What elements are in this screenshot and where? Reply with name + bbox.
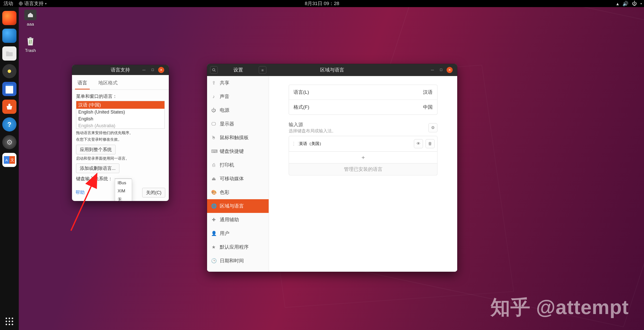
system-tray[interactable]: ▴ 🔊 ⏻ ▾ bbox=[616, 1, 642, 7]
svg-point-5 bbox=[9, 321, 10, 322]
power-icon: ⏻ bbox=[211, 108, 216, 113]
view-layout-button[interactable]: 👁 bbox=[414, 139, 423, 148]
access-icon: ✚ bbox=[211, 217, 216, 223]
input-method-select[interactable]: IBus XIM 无 bbox=[115, 178, 132, 179]
power-icon[interactable]: ⏻ bbox=[632, 1, 637, 6]
close-button[interactable]: 关闭(C) bbox=[142, 188, 165, 197]
input-method-option[interactable]: 无 bbox=[115, 195, 132, 201]
sidebar-item-access[interactable]: ✚通用辅助 bbox=[207, 213, 269, 227]
sidebar-item-label: 区域与语言 bbox=[220, 203, 244, 209]
language-list[interactable]: 汉语 (中国) English (United States) English … bbox=[76, 101, 165, 129]
app-menu[interactable]: 语言支持 ▾ bbox=[17, 0, 49, 7]
sidebar-item-mouse[interactable]: 🖱鼠标和触摸板 bbox=[207, 131, 269, 144]
sidebar-item-print[interactable]: ⎙打印机 bbox=[207, 158, 269, 172]
firefox-launcher[interactable] bbox=[2, 11, 16, 25]
sidebar-item-label: 色彩 bbox=[220, 189, 229, 196]
show-applications-button[interactable] bbox=[4, 316, 14, 326]
writer-launcher[interactable] bbox=[2, 82, 16, 96]
input-method-option[interactable]: XIM bbox=[115, 187, 132, 195]
sidebar-item-user[interactable]: 👤用户 bbox=[207, 227, 269, 240]
language-row[interactable]: English (United States) bbox=[76, 109, 164, 116]
sidebar-item-music[interactable]: ♪声音 bbox=[207, 90, 269, 103]
top-bar: 活动 语言支持 ▾ 8月31日 09：28 ▴ 🔊 ⏻ ▾ bbox=[0, 0, 644, 7]
sidebar-item-kbd[interactable]: ⌨键盘快捷键 bbox=[207, 144, 269, 158]
input-source-label: 英语（美国） bbox=[299, 141, 323, 146]
close-button[interactable] bbox=[447, 67, 453, 73]
help-launcher[interactable]: ? bbox=[2, 117, 16, 132]
sidebar-item-date[interactable]: 🕒日期和时间 bbox=[207, 254, 269, 268]
trash-icon: 🗑 bbox=[428, 141, 432, 146]
settings-content: 语言(L) 汉语 格式(F) 中国 输入源 选择键盘布局或输入法。 ⚙ bbox=[269, 76, 457, 272]
sidebar-item-defapp[interactable]: ★默认应用程序 bbox=[207, 240, 269, 254]
sidebar-item-globe[interactable]: 🌐区域与语言 bbox=[207, 199, 269, 213]
search-button[interactable] bbox=[210, 66, 218, 74]
display-icon: 🖵 bbox=[211, 121, 216, 127]
sidebar-item-usb[interactable]: ⏏可移动媒体 bbox=[207, 172, 269, 186]
install-remove-languages-button[interactable]: 添加或删除语言... bbox=[76, 163, 119, 173]
sidebar-item-label: 电源 bbox=[220, 107, 229, 114]
search-icon bbox=[212, 68, 216, 72]
svg-point-11 bbox=[213, 69, 215, 71]
input-source-options-button[interactable]: ⚙ bbox=[428, 123, 437, 132]
desktop-folder-aaa[interactable]: aaa bbox=[24, 10, 36, 27]
language-support-launcher[interactable]: A文 bbox=[2, 153, 16, 167]
language-support-window: 语言支持 语言 地区格式 菜单和窗口的语言： 汉语 (中国) English (… bbox=[72, 65, 169, 201]
activities-button[interactable]: 活动 bbox=[0, 0, 17, 7]
hamburger-button[interactable]: ≡ bbox=[259, 66, 266, 74]
software-launcher[interactable] bbox=[2, 100, 16, 114]
close-button[interactable] bbox=[158, 67, 164, 73]
sidebar-item-label: 默认应用程序 bbox=[220, 244, 249, 250]
chevron-down-icon: ▾ bbox=[45, 2, 47, 5]
help-button[interactable]: 帮助 bbox=[76, 188, 85, 197]
add-input-source-button[interactable]: ＋ bbox=[289, 152, 437, 163]
language-row[interactable]: English bbox=[76, 116, 164, 122]
desktop-trash[interactable]: Trash bbox=[24, 36, 36, 53]
desktop-icon-label: Trash bbox=[25, 48, 36, 53]
mouse-icon: 🖱 bbox=[211, 135, 216, 140]
sidebar-item-label: 声音 bbox=[220, 93, 229, 100]
language-row[interactable]: English (Australia) bbox=[76, 122, 164, 129]
language-row[interactable]: 语言(L) 汉语 bbox=[289, 85, 437, 100]
input-source-item[interactable]: ⋮⋮ 英语（美国） 👁 🗑 bbox=[289, 136, 437, 151]
sidebar-item-share[interactable]: ⇪共享 bbox=[207, 76, 269, 90]
formats-row[interactable]: 格式(F) 中国 bbox=[289, 100, 437, 115]
sidebar-item-label: 打印机 bbox=[220, 162, 234, 168]
hint-text: 启动和登录界面使用同一语言。 bbox=[76, 156, 165, 161]
window-title: 语言支持 bbox=[111, 67, 130, 73]
language-row[interactable]: 汉语 (中国) bbox=[76, 101, 164, 109]
globe-icon: 🌐 bbox=[211, 203, 216, 209]
music-icon: ♪ bbox=[211, 94, 216, 99]
gear-icon: ⚙ bbox=[431, 125, 435, 130]
clock[interactable]: 8月31日 09：28 bbox=[305, 0, 339, 7]
manage-installed-languages-button[interactable]: 管理已安装的语言 bbox=[289, 163, 437, 175]
svg-point-6 bbox=[12, 321, 13, 322]
maximize-button[interactable] bbox=[150, 67, 156, 73]
apply-system-wide-button[interactable]: 应用到整个系统 bbox=[76, 145, 116, 154]
svg-point-9 bbox=[12, 324, 13, 325]
minimize-button[interactable] bbox=[429, 67, 435, 73]
volume-icon[interactable]: 🔊 bbox=[622, 1, 629, 7]
settings-launcher[interactable]: ⚙ bbox=[2, 135, 16, 149]
tab-regional-formats[interactable]: 地区格式 bbox=[96, 78, 120, 89]
minimize-button[interactable] bbox=[141, 67, 147, 73]
drag-handle-icon[interactable]: ⋮⋮ bbox=[291, 141, 297, 146]
hint-text: 拖动语言来安排他们的优先顺序。 bbox=[76, 130, 165, 135]
home-icon bbox=[27, 12, 34, 18]
chevron-down-icon[interactable]: ▾ bbox=[640, 2, 642, 5]
sidebar-item-display[interactable]: 🖵显示器 bbox=[207, 117, 269, 131]
tab-language[interactable]: 语言 bbox=[75, 78, 90, 89]
sidebar-item-power[interactable]: ⏻电源 bbox=[207, 103, 269, 117]
tabs: 语言 地区格式 bbox=[72, 75, 169, 90]
sidebar-item-color[interactable]: 🎨色彩 bbox=[207, 186, 269, 199]
sidebar-item-about[interactable]: ✚关于 bbox=[207, 268, 269, 272]
maximize-button[interactable] bbox=[438, 67, 444, 73]
thunderbird-launcher[interactable] bbox=[2, 29, 16, 43]
input-sources-hint: 选择键盘布局或输入法。 bbox=[289, 128, 336, 134]
files-launcher[interactable] bbox=[2, 46, 16, 61]
remove-input-button[interactable]: 🗑 bbox=[426, 139, 435, 148]
row-value: 中国 bbox=[423, 104, 433, 111]
rhythmbox-launcher[interactable] bbox=[2, 64, 16, 78]
svg-point-1 bbox=[6, 318, 7, 319]
input-method-option[interactable]: IBus bbox=[115, 179, 132, 187]
network-icon[interactable]: ▴ bbox=[616, 1, 619, 7]
